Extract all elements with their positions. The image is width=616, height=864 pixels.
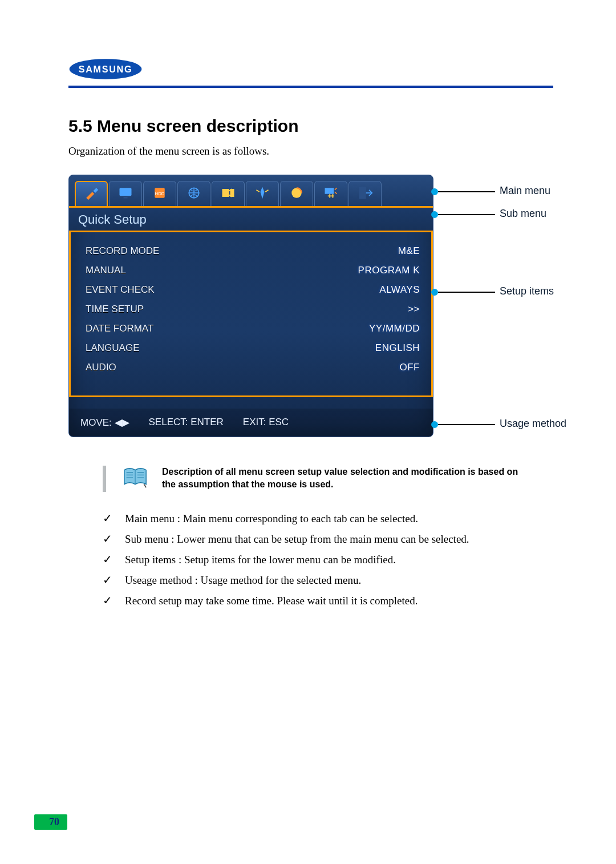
setup-item-value: ENGLISH [375,342,420,354]
setup-item-value: ALWAYS [379,284,420,296]
section-heading: 5.5 Menu screen description [68,116,553,136]
setup-item-row[interactable]: TIME SETUP>> [86,301,420,318]
svg-rect-1 [120,188,132,196]
checklist-item: ✓Setup items : Setup items for the lower… [103,554,553,566]
callout-dot [431,289,438,296]
checklist-text: Setup items : Setup items for the lower … [125,554,396,566]
usage-exit: EXIT: ESC [243,417,289,429]
setup-item-row[interactable]: DATE FORMATYY/MM/DD [86,320,420,337]
checklist-text: Sub menu : Lower menu that can be setup … [125,533,469,546]
checklist-item: ✓Useage method : Usage method for the se… [103,574,553,587]
check-icon: ✓ [103,512,112,525]
note-block: Description of all menu screen setup val… [103,466,553,492]
osd-tab-system[interactable] [314,181,347,206]
quick-setup-icon [83,185,100,203]
usage-move: MOVE: ◀▶ [80,417,129,429]
svg-text:HDD: HDD [155,191,164,196]
svg-rect-10 [359,187,366,199]
event-icon [254,185,271,203]
callout-line [438,191,495,192]
osd-window: HDD Quick Setup RECORD MODEM&EMANUALPROG… [68,175,433,437]
setup-item-row[interactable]: AUDIOOFF [86,359,420,376]
callout-dot [431,188,438,195]
check-icon: ✓ [103,533,112,546]
setup-item-label: AUDIO [86,362,116,373]
osd-tab-network[interactable] [177,181,210,206]
hdd-icon: HDD [151,185,168,203]
note-text: Description of all menu screen setup val… [162,466,527,491]
checklist: ✓Main menu : Main menu corresponding to … [103,512,553,607]
samsung-logo: SAMSUNG [68,57,143,81]
osd-tab-quick-setup[interactable] [75,181,108,206]
osd-main-menu-tabs: HDD [69,175,433,208]
setup-item-value: PROGRAM K [358,265,420,276]
osd-setup-items: RECORD MODEM&EMANUALPROGRAM KEVENT CHECK… [69,232,433,397]
setup-item-label: LANGUAGE [86,342,139,354]
osd-tab-event[interactable] [246,181,279,206]
svg-rect-6 [222,189,229,197]
checklist-item: ✓Sub menu : Lower menu that can be setup… [103,533,553,546]
checklist-text: Record setup may take some time. Please … [125,595,418,607]
osd-sub-menu-title: Quick Setup [69,208,433,232]
callout-main-menu: Main menu [500,185,550,197]
callout-line [438,214,495,215]
callout-sub-menu: Sub menu [500,208,546,220]
record-icon [220,185,237,203]
setup-item-label: MANUAL [86,265,126,276]
svg-rect-9 [325,188,334,194]
callout-dot [431,211,438,218]
osd-tab-hdd[interactable]: HDD [143,181,176,206]
note-sidebar [103,466,106,492]
setup-item-value: YY/MM/DD [369,323,420,334]
check-icon: ✓ [103,574,112,587]
osd-tab-display[interactable] [109,181,142,206]
osd-tab-record[interactable] [212,181,245,206]
usage-select: SELECT: ENTER [149,417,224,429]
setup-item-row[interactable]: MANUALPROGRAM K [86,262,420,279]
checklist-item: ✓Record setup may take some time. Please… [103,595,553,607]
setup-item-value: OFF [400,362,420,373]
exit-icon [356,185,374,203]
setup-item-row[interactable]: RECORD MODEM&E [86,243,420,260]
svg-rect-2 [124,197,128,199]
book-icon [122,466,148,492]
display-icon [117,185,134,203]
setup-item-label: EVENT CHECK [86,284,155,296]
osd-tab-exit[interactable] [348,181,382,206]
backup-icon [288,185,305,203]
samsung-logo-text: SAMSUNG [79,64,132,74]
setup-item-label: DATE FORMAT [86,323,153,334]
setup-item-label: TIME SETUP [86,304,144,315]
osd-tab-backup[interactable] [280,181,313,206]
callout-line [438,424,495,425]
page-number: 70 [34,814,67,830]
menu-figure: HDD Quick Setup RECORD MODEM&EMANUALPROG… [68,175,548,443]
setup-item-row[interactable]: LANGUAGEENGLISH [86,340,420,357]
setup-item-row[interactable]: EVENT CHECKALWAYS [86,281,420,298]
checklist-text: Useage method : Usage method for the sel… [125,574,361,587]
header-divider [68,86,553,88]
system-icon [322,185,339,203]
intro-text: Organization of the menu screen is as fo… [68,145,553,158]
checklist-item: ✓Main menu : Main menu corresponding to … [103,512,553,525]
check-icon: ✓ [103,595,112,607]
osd-usage-bar: MOVE: ◀▶ SELECT: ENTER EXIT: ESC [69,409,433,437]
setup-item-label: RECORD MODE [86,245,159,257]
callout-dot [431,421,438,428]
check-icon: ✓ [103,554,112,566]
network-icon [185,185,202,203]
setup-item-value: >> [408,304,420,315]
setup-item-value: M&E [398,245,420,257]
callout-usage-method: Usage method [500,418,566,430]
checklist-text: Main menu : Main menu corresponding to e… [125,512,418,525]
callout-line [438,292,495,293]
callout-setup-items: Setup items [500,285,554,297]
